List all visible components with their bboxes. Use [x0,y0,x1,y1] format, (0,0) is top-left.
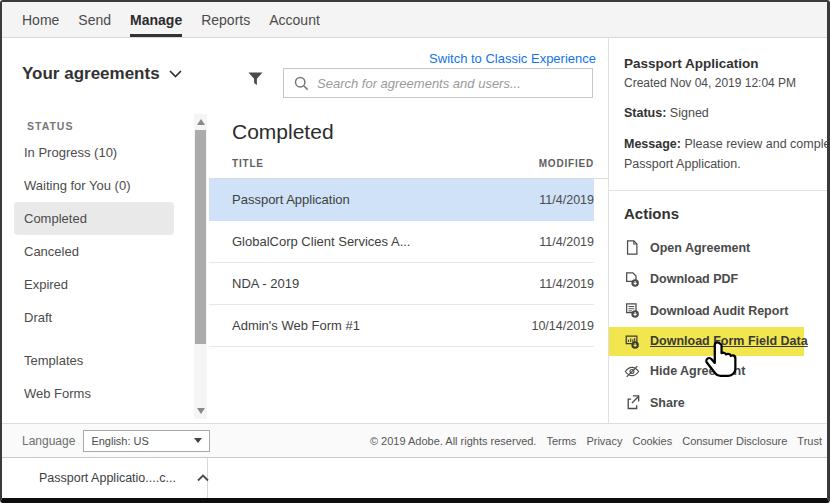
list-heading: Completed [232,120,609,144]
row-modified: 11/4/2019 [539,277,594,291]
chevron-up-icon[interactable] [197,474,209,482]
language-chooser: Language English: US [22,430,210,452]
sidebar-item-web-forms[interactable]: Web Forms [2,377,209,410]
top-nav: Home Send Manage Reports Account [2,2,827,38]
copyright-text: © 2019 Adobe. All rights reserved. [370,435,536,447]
chevron-down-icon [169,70,182,78]
nav-account[interactable]: Account [269,2,320,37]
app-window: Home Send Manage Reports Account Your ag… [0,0,830,503]
download-pdf-icon [624,271,640,288]
row-modified: 11/4/2019 [539,193,594,207]
agreement-message: Message: Please review and complete [624,134,827,154]
downloaded-file-name: Passport Applicatio....c... [39,471,176,485]
agreement-status: Status: Signed [624,106,827,120]
sidebar-item-templates[interactable]: Templates [2,344,209,377]
magnifier-icon [294,76,309,91]
action-download-form-field-data[interactable]: Download Form Field Data [609,327,804,356]
action-download-audit-report[interactable]: Download Audit Report [624,295,827,327]
select-caret-icon [194,438,202,443]
table-row[interactable]: Passport Application 11/4/2019 [209,179,594,221]
sidebar-item-expired[interactable]: Expired [2,268,209,301]
action-download-pdf[interactable]: Download PDF [624,264,827,296]
row-title: Admin's Web Form #1 [232,318,360,333]
message-text: Please review and complete [684,137,827,151]
column-header-modified[interactable]: MODIFIED [539,158,594,169]
nav-home[interactable]: Home [22,2,59,37]
nav-manage[interactable]: Manage [130,2,182,37]
search-box [283,68,593,98]
table-row[interactable]: GlobalCorp Client Services A... 11/4/201… [209,221,594,263]
eye-off-icon [624,363,640,380]
sidebar-scrollbar[interactable] [194,114,207,419]
footer-link-consumer-disclosure[interactable]: Consumer Disclosure [682,435,787,447]
actions-heading: Actions [624,205,827,222]
nav-reports[interactable]: Reports [201,2,250,37]
action-hide-agreement[interactable]: Hide Agreement [624,356,827,388]
language-select[interactable]: English: US [83,430,210,452]
agreement-details-panel: Passport Application Created Nov 04, 201… [608,38,827,423]
footer-link-cookies[interactable]: Cookies [632,435,672,447]
sidebar-item-canceled[interactable]: Canceled [2,235,209,268]
list-header: Your agreements Switch to Classic Experi… [2,38,609,110]
footer-link-terms[interactable]: Terms [546,435,576,447]
status-section-label: STATUS [2,110,209,136]
row-modified: 11/4/2019 [539,235,594,249]
row-modified: 10/14/2019 [531,319,594,333]
switch-to-classic-link[interactable]: Switch to Classic Experience [429,51,596,66]
agreements-scope-dropdown[interactable]: Your agreements [22,64,182,84]
action-open-agreement[interactable]: Open Agreement [624,232,827,264]
download-audit-report-icon [624,302,640,319]
scroll-up-arrow-icon[interactable] [197,119,205,125]
downloaded-file-item[interactable]: x Passport Applicatio....c... [2,458,208,498]
table-header: TITLE MODIFIED [209,158,609,179]
status-value: Signed [670,106,709,120]
search-input[interactable] [317,76,582,91]
agreement-title: Passport Application [624,56,827,71]
column-header-title[interactable]: TITLE [232,158,264,169]
download-form-field-data-icon [624,333,640,350]
share-icon [624,394,640,411]
status-sidebar: STATUS In Progress (10) Waiting for You … [2,110,209,423]
table-row[interactable]: NDA - 2019 11/4/2019 [209,263,594,305]
scroll-down-arrow-icon[interactable] [197,408,205,414]
row-title: Passport Application [232,192,350,207]
message-label: Message: [624,137,681,151]
scrollbar-thumb[interactable] [195,130,206,344]
agreement-created-date: Created Nov 04, 2019 12:04 PM [624,76,827,90]
message-text-line2: Passport Application. [624,154,827,174]
language-label: Language [22,434,75,448]
agreements-list: Completed TITLE MODIFIED Passport Applic… [209,110,609,423]
footer-link-privacy[interactable]: Privacy [586,435,622,447]
status-label: Status: [624,106,666,120]
panel-divider [609,190,827,191]
row-title: NDA - 2019 [232,276,299,291]
sidebar-item-completed[interactable]: Completed [14,202,174,235]
filter-funnel-icon[interactable] [247,71,264,87]
row-title: GlobalCorp Client Services A... [232,234,410,249]
sidebar-item-draft[interactable]: Draft [2,301,209,334]
action-share[interactable]: Share [624,387,827,419]
actions-list: Open Agreement Download PDF [624,232,827,419]
nav-send[interactable]: Send [78,2,111,37]
footer-link-trust[interactable]: Trust [797,435,822,447]
sidebar-item-waiting-for-you[interactable]: Waiting for You (0) [2,169,209,202]
document-icon [624,239,640,256]
language-value: English: US [91,435,148,447]
agreements-scope-label: Your agreements [22,64,160,84]
legal-links: © 2019 Adobe. All rights reserved. Terms… [370,435,822,447]
sidebar-item-in-progress[interactable]: In Progress (10) [2,136,209,169]
footer-bar: Language English: US © 2019 Adobe. All r… [2,423,827,458]
table-row[interactable]: Admin's Web Form #1 10/14/2019 [209,305,594,347]
download-bar: x Passport Applicatio....c... [2,458,827,498]
